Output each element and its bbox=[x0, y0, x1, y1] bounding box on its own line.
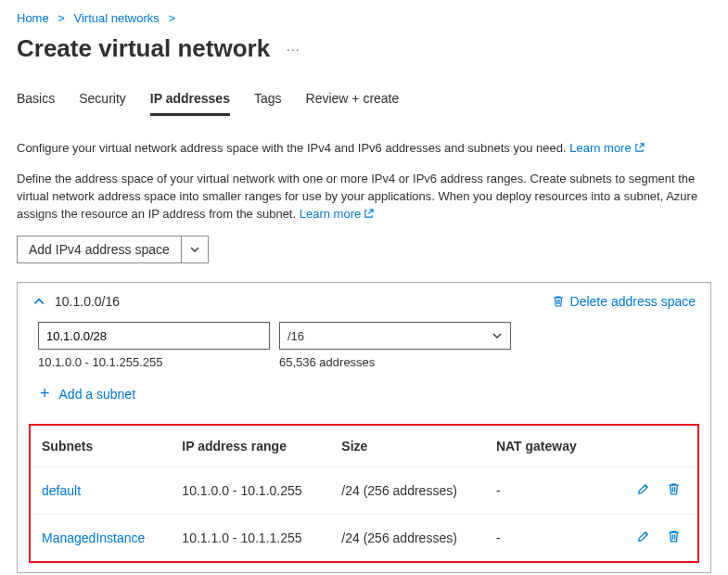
add-address-space-button[interactable]: Add IPv4 address space bbox=[18, 236, 181, 262]
address-range-text: 10.1.0.0 - 10.1.255.255 bbox=[38, 355, 270, 369]
tab-basics[interactable]: Basics bbox=[17, 91, 55, 116]
breadcrumb-vnets[interactable]: Virtual networks bbox=[74, 11, 160, 25]
address-space-cidr: 10.1.0.0/16 bbox=[55, 294, 120, 309]
subnets-table: Subnets IP address range Size NAT gatewa… bbox=[31, 426, 697, 561]
more-menu-icon[interactable]: ··· bbox=[287, 42, 300, 57]
chevron-down-icon bbox=[492, 330, 503, 341]
mask-value: /16 bbox=[287, 329, 304, 343]
col-range: IP address range bbox=[171, 426, 330, 467]
page-title: Create virtual network bbox=[17, 34, 270, 63]
breadcrumb: Home > Virtual networks > bbox=[17, 7, 711, 34]
external-link-icon bbox=[364, 209, 374, 219]
trash-icon bbox=[667, 482, 681, 496]
col-size: Size bbox=[330, 426, 485, 467]
edit-subnet-button[interactable] bbox=[636, 530, 650, 543]
col-actions bbox=[599, 426, 697, 467]
subnet-nat: - bbox=[485, 467, 599, 515]
tab-review-create[interactable]: Review + create bbox=[306, 91, 400, 116]
delete-subnet-button[interactable] bbox=[667, 530, 681, 543]
col-subnets: Subnets bbox=[31, 426, 171, 467]
add-address-space-split-button: Add IPv4 address space bbox=[17, 236, 209, 263]
subnet-range: 10.1.0.0 - 10.1.0.255 bbox=[171, 467, 330, 515]
tabs: Basics Security IP addresses Tags Review… bbox=[17, 91, 711, 116]
pencil-icon bbox=[636, 530, 650, 543]
add-subnet-button[interactable]: + Add a subnet bbox=[40, 384, 696, 403]
tab-security[interactable]: Security bbox=[79, 91, 126, 116]
intro-text-1-body: Configure your virtual network address s… bbox=[17, 141, 569, 155]
chevron-down-icon bbox=[189, 244, 200, 255]
learn-more-link-1[interactable]: Learn more bbox=[569, 141, 644, 155]
tab-ip-addresses[interactable]: IP addresses bbox=[150, 91, 230, 116]
collapse-toggle[interactable] bbox=[32, 295, 45, 308]
address-count-text: 65,536 addresses bbox=[279, 355, 375, 369]
add-subnet-label: Add a subnet bbox=[59, 387, 136, 402]
subnet-nat: - bbox=[485, 515, 599, 562]
tab-tags[interactable]: Tags bbox=[254, 91, 282, 116]
subnet-link[interactable]: default bbox=[42, 483, 81, 498]
plus-icon: + bbox=[40, 384, 50, 403]
breadcrumb-sep: > bbox=[168, 11, 175, 25]
chevron-up-icon bbox=[32, 295, 45, 308]
subnet-link[interactable]: ManagedInstance bbox=[42, 530, 145, 545]
subnet-size: /24 (256 addresses) bbox=[330, 467, 485, 515]
delete-address-space-label: Delete address space bbox=[570, 294, 696, 309]
subnet-size: /24 (256 addresses) bbox=[330, 515, 485, 562]
subnet-range: 10.1.1.0 - 10.1.1.255 bbox=[171, 515, 330, 562]
pencil-icon bbox=[636, 482, 650, 496]
delete-address-space-button[interactable]: Delete address space bbox=[552, 294, 696, 309]
add-address-space-dropdown[interactable] bbox=[182, 236, 208, 262]
address-space-ip-input[interactable] bbox=[38, 322, 270, 350]
table-row: ManagedInstance 10.1.1.0 - 10.1.1.255 /2… bbox=[31, 515, 697, 562]
learn-more-link-2[interactable]: Learn more bbox=[300, 207, 374, 221]
subnets-table-highlight: Subnets IP address range Size NAT gatewa… bbox=[29, 424, 699, 563]
intro-text-1: Configure your virtual network address s… bbox=[17, 140, 703, 158]
trash-icon bbox=[552, 295, 565, 308]
address-space-mask-select[interactable]: /16 bbox=[279, 322, 511, 350]
delete-subnet-button[interactable] bbox=[667, 482, 681, 496]
breadcrumb-sep: > bbox=[57, 11, 65, 25]
edit-subnet-button[interactable] bbox=[636, 482, 650, 496]
breadcrumb-home[interactable]: Home bbox=[17, 11, 49, 25]
address-space-panel: 10.1.0.0/16 Delete address space /16 10.… bbox=[17, 282, 711, 573]
table-row: default 10.1.0.0 - 10.1.0.255 /24 (256 a… bbox=[31, 467, 697, 515]
trash-icon bbox=[667, 530, 681, 543]
external-link-icon bbox=[634, 143, 645, 153]
col-nat: NAT gateway bbox=[485, 426, 599, 467]
intro-text-2: Define the address space of your virtual… bbox=[17, 171, 703, 224]
